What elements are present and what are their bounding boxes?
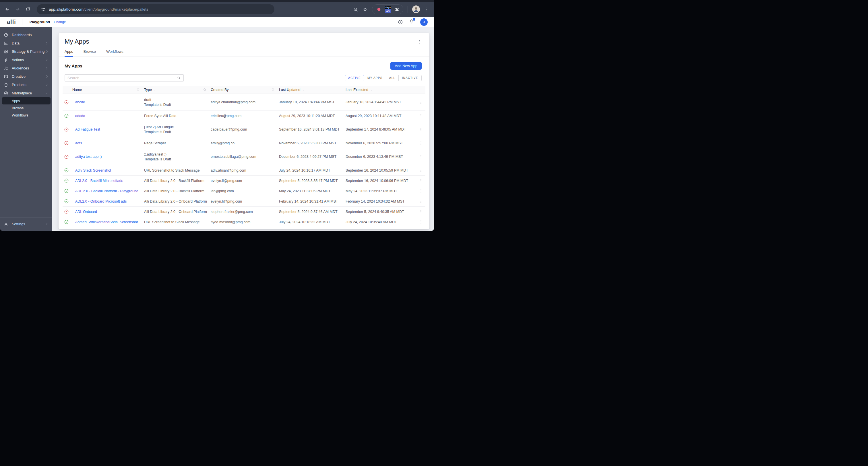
bookmark-star-icon[interactable]: [363, 7, 368, 12]
filter-active[interactable]: ACTIVE: [345, 75, 364, 81]
sidebar-subitem-workflows[interactable]: Workflows: [2, 112, 51, 119]
app-name-link[interactable]: ADL 2.0 - Backfill Platform - Playground: [75, 189, 138, 193]
sidebar-item-data[interactable]: Data: [0, 39, 52, 48]
sidebar-item-marketplace[interactable]: Marketplace: [0, 89, 52, 97]
sidebar-item-creative[interactable]: Creative: [0, 72, 52, 81]
type-cell: Alli Data Library 2.0 - Onboard Platform: [144, 210, 211, 214]
back-icon[interactable]: [5, 7, 10, 12]
gear-icon: [4, 222, 8, 226]
name-cell: adada: [72, 114, 144, 118]
zoom-out-icon[interactable]: [353, 7, 358, 12]
sidebar-item-label: Creative: [12, 74, 26, 79]
browser-menu-icon[interactable]: [424, 7, 429, 12]
created-by-cell: ian@pmg.com: [211, 189, 279, 193]
type-text: [Test 2] Ad Fatigue: [144, 125, 207, 129]
column-search-icon[interactable]: [271, 88, 275, 92]
row-menu-icon[interactable]: [419, 168, 423, 173]
status-error-icon: [64, 127, 69, 132]
created-by-cell: cade.bauer@pmg.com: [211, 127, 279, 131]
sidebar-item-dashboards[interactable]: Dashboards: [0, 31, 52, 39]
search-icon[interactable]: [177, 76, 181, 80]
filter-inactive[interactable]: INACTIVE: [398, 75, 422, 81]
row-menu-icon[interactable]: [419, 199, 423, 204]
sidebar-item-label: Browse: [12, 106, 24, 110]
table-row: abcdedraftTemplate is Draftaditya.chaudh…: [63, 94, 425, 111]
app-name-link[interactable]: ADL Onboard: [75, 210, 97, 214]
type-cell: URL Screenshot to Slack Message: [144, 168, 211, 173]
row-menu-icon[interactable]: [419, 189, 423, 193]
sidebar-item-label: Actions: [12, 58, 24, 62]
row-menu-icon[interactable]: [419, 179, 423, 183]
chevron-right-icon: [45, 50, 49, 53]
row-menu-icon[interactable]: [419, 210, 423, 214]
sidebar-item-strategy-planning[interactable]: Strategy & Planning: [0, 48, 52, 56]
last-updated-cell: September 5, 2024 9:37:46 AM MDT: [279, 210, 346, 214]
forward-icon[interactable]: [15, 7, 20, 12]
sidebar-item-settings[interactable]: Settings: [0, 220, 52, 228]
row-menu-icon[interactable]: [419, 220, 423, 224]
row-menu-icon[interactable]: [419, 155, 423, 159]
filter-all[interactable]: ALL: [386, 75, 399, 81]
add-new-app-button[interactable]: Add New App: [391, 62, 422, 70]
app-name-link[interactable]: Ahmed_WhiskersandSoda_Screenshot: [75, 220, 138, 224]
app-name-link[interactable]: Ad Fatigue Test: [75, 127, 100, 131]
sidebar-subitem-apps[interactable]: Apps: [2, 97, 51, 104]
sidebar-item-actions[interactable]: Actions: [0, 56, 52, 64]
strawberry-extension-icon[interactable]: [376, 7, 382, 12]
column-header-type[interactable]: Type: [144, 86, 211, 94]
row-menu-icon[interactable]: [419, 141, 423, 145]
last-updated-cell: September 5, 2023 3:35:47 PM MDT: [279, 179, 346, 183]
status-cell: [63, 219, 72, 224]
row-menu-icon[interactable]: [419, 114, 423, 118]
reload-icon[interactable]: [25, 7, 31, 12]
app-name-link[interactable]: adfs: [75, 141, 82, 145]
row-menu-icon[interactable]: [419, 127, 423, 132]
tab-apps[interactable]: Apps: [65, 49, 73, 57]
tab-workflows[interactable]: Workflows: [106, 49, 123, 57]
table-body: abcdedraftTemplate is Draftaditya.chaudh…: [63, 94, 425, 227]
address-bar[interactable]: app.alliplatform.com/client/playground/m…: [37, 4, 274, 14]
user-avatar[interactable]: J: [420, 19, 428, 26]
created-by-cell: stephen.frazier@pmg.com: [211, 210, 279, 214]
column-search-icon[interactable]: [136, 88, 140, 92]
sidebar-item-label: Workflows: [12, 113, 28, 117]
type-cell: Force Sync Alli Data: [144, 114, 211, 118]
app-name-link[interactable]: aditya test app :): [75, 155, 102, 159]
search-input[interactable]: [67, 76, 177, 80]
last-updated-cell: July 24, 2024 10:16:17 AM MDT: [279, 168, 346, 173]
help-icon[interactable]: [398, 20, 403, 25]
change-workspace-link[interactable]: Change: [54, 20, 66, 24]
app-name-link[interactable]: ADL2.0 - Onboard Microsoft ads: [75, 199, 127, 204]
last-executed-cell: September 16, 2024 10:05:59 PM MDT: [346, 168, 416, 173]
my-apps-card: My Apps AppsBrowseWorkflows My Apps Add …: [59, 33, 429, 229]
type-cell: Alli Data Library 2.0 - Backfill Platfor…: [144, 179, 211, 183]
sort-icon[interactable]: [302, 88, 305, 91]
column-header-last-updated[interactable]: Last Updated: [279, 86, 346, 94]
app-name-link[interactable]: abcde: [75, 100, 85, 104]
type-cell: Page Scraper: [144, 141, 211, 145]
url-text: app.alliplatform.com/client/playground/m…: [49, 7, 148, 11]
sort-icon[interactable]: [370, 88, 373, 91]
site-settings-icon[interactable]: [41, 7, 45, 12]
browser-profile-avatar[interactable]: [412, 5, 420, 13]
extensions-puzzle-icon[interactable]: [394, 7, 399, 12]
extensions-pill: Days -22: [372, 4, 403, 14]
app-header: alli Playground Change J: [0, 17, 434, 27]
status-cell: [63, 100, 72, 105]
sidebar-subitem-browse[interactable]: Browse: [2, 104, 51, 112]
app-name-link[interactable]: adada: [75, 114, 85, 118]
sort-icon[interactable]: [153, 88, 156, 91]
app-name-link[interactable]: Adiv Slack Screenshot: [75, 168, 111, 173]
days-extension-badge[interactable]: Days -22: [385, 6, 391, 13]
card-menu-icon[interactable]: [417, 40, 422, 44]
sidebar-item-products[interactable]: Products: [0, 81, 52, 89]
chevron-right-icon: [45, 41, 49, 45]
column-search-icon[interactable]: [203, 88, 207, 92]
sidebar-item-audiences[interactable]: Audiences: [0, 64, 52, 72]
tab-browse[interactable]: Browse: [84, 49, 96, 57]
app-name-link[interactable]: ADL2.0 - Backfill Microsoftads: [75, 179, 123, 183]
filter-my-apps[interactable]: MY APPS: [364, 75, 386, 81]
row-menu-icon[interactable]: [419, 100, 423, 104]
column-header-last-executed[interactable]: Last Executed: [346, 86, 416, 94]
sidebar-item-label: Settings: [12, 222, 25, 226]
